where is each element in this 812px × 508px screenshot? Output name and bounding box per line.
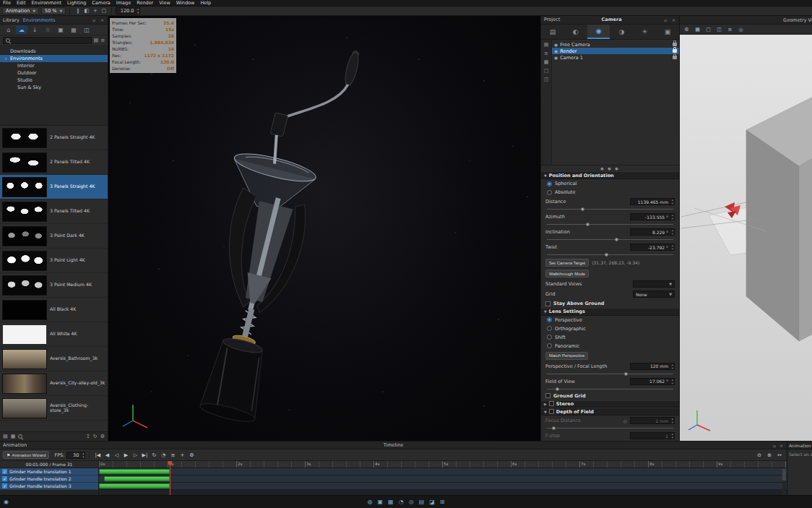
camera-list-icon[interactable]: ▤ — [544, 42, 549, 48]
menu-window[interactable]: Window — [173, 0, 198, 7]
undock-icon[interactable]: ▫ — [663, 17, 668, 22]
twist-slider[interactable] — [547, 252, 673, 257]
settings-icon[interactable]: ⚙ — [683, 25, 691, 33]
go-start-icon[interactable]: |◀ — [93, 451, 102, 460]
slider-handle[interactable] — [586, 223, 589, 226]
pie-icon[interactable]: ◔ — [399, 499, 404, 505]
section-lens[interactable]: ▼ Lens Settings — [541, 308, 679, 316]
library-item[interactable]: 3 Panels Straight 4K — [0, 175, 108, 199]
move-tool-icon[interactable]: + — [91, 7, 99, 15]
track-name-row[interactable]: ✓Grinder Handle translation 2 — [0, 475, 98, 483]
tab-environments[interactable]: Environments — [23, 17, 56, 23]
library-item[interactable]: Aversis_Clothing-store_3k — [0, 396, 108, 421]
library-item[interactable]: 3 Point Dark 4K — [0, 224, 108, 249]
menu-render[interactable]: Render — [134, 0, 156, 7]
textures-icon[interactable]: ▦ — [68, 25, 79, 34]
menu-image[interactable]: Image — [113, 0, 134, 7]
fit-icon[interactable]: ↔ — [775, 451, 784, 460]
focal-length-input[interactable]: 120.0 — [116, 7, 140, 14]
position-mode-spherical[interactable]: Spherical — [541, 179, 679, 188]
bounds-icon[interactable]: ▢ — [704, 25, 712, 33]
animation-mode-select[interactable]: Animation ▼ — [2, 7, 39, 14]
folder-tree-icon[interactable]: ▤ — [94, 38, 99, 43]
animation-wizard-button[interactable]: ⚑ Animation Wizard — [3, 451, 49, 459]
timeline-ruler[interactable]: 0s1s2s3s4s5s6s7s8s9s — [99, 461, 787, 468]
radio-button[interactable] — [547, 317, 552, 322]
panel-resize-handle[interactable]: ● ● ● — [541, 165, 679, 171]
download-icon[interactable]: ↓ — [29, 25, 40, 34]
zoom-in-icon[interactable]: ⊕ — [765, 451, 774, 460]
realtime-viewport[interactable]: Frames Per Sec:25.4Time:15sSamples:26Tri… — [108, 16, 540, 441]
models-icon[interactable]: ◫ — [81, 25, 92, 34]
library-item[interactable]: 3 Point Light 4K — [0, 249, 108, 273]
screens-icon[interactable]: ▦ — [388, 499, 394, 505]
target-icon[interactable]: ◎ — [409, 499, 414, 505]
tree-item-studio[interactable]: Studio — [0, 77, 108, 84]
library-item[interactable]: Aversis_City-alley-old_3k — [0, 371, 108, 396]
settings-icon[interactable]: ⚙ — [187, 451, 196, 460]
tag-icon[interactable]: ▢ — [544, 68, 549, 74]
keyframe-bar[interactable] — [99, 469, 170, 474]
distance-value[interactable]: 1139.465 mm — [630, 198, 675, 205]
slider-handle[interactable] — [615, 238, 618, 241]
home-icon[interactable]: ⌂ — [3, 25, 14, 34]
menu-file[interactable]: File — [0, 0, 14, 7]
track-row[interactable] — [99, 475, 787, 483]
slider-handle[interactable] — [605, 253, 608, 257]
add-keyframe-icon[interactable]: + — [178, 451, 186, 460]
radio-button[interactable] — [547, 326, 552, 331]
menu-lighting[interactable]: Lighting — [64, 0, 89, 7]
set-camera-target-button[interactable]: Set Camera Target — [545, 259, 589, 267]
close-icon[interactable]: × — [779, 443, 784, 448]
sphere-icon[interactable]: ◍ — [368, 499, 373, 505]
library-item[interactable]: 2 Panels Tilted 4K — [0, 150, 108, 175]
layers-icon[interactable]: ▤ — [419, 499, 425, 505]
search-input[interactable] — [3, 37, 92, 44]
slider-handle[interactable] — [581, 207, 584, 211]
library-item[interactable]: 3 Panels Tilted 4K — [0, 199, 108, 224]
section-position[interactable]: ▼ Position and Orientation — [541, 171, 679, 179]
play-reverse-icon[interactable]: ◁ — [112, 451, 121, 460]
step-forward-icon[interactable]: ▷ — [131, 451, 139, 460]
import-icon[interactable]: ↥ — [86, 434, 90, 439]
settings-icon[interactable]: ⚙ — [100, 434, 105, 439]
keyframe-bar[interactable] — [104, 476, 170, 481]
go-end-icon[interactable]: ▶| — [140, 451, 149, 460]
keyframe-bar[interactable] — [99, 483, 170, 488]
menu-edit[interactable]: Edit — [14, 0, 29, 7]
refresh-icon[interactable]: ↻ — [93, 434, 98, 439]
lock-icon[interactable] — [673, 56, 677, 59]
target-icon[interactable]: ◎ — [737, 25, 745, 33]
radio-button[interactable] — [547, 190, 552, 195]
track-checkbox[interactable]: ✓ — [2, 476, 7, 481]
cube-icon[interactable]: ◪ — [429, 499, 435, 505]
menu-camera[interactable]: Camera — [89, 0, 113, 7]
undock-icon[interactable]: ▫ — [772, 443, 777, 448]
favorites-icon[interactable]: ☆ — [42, 25, 53, 34]
lock-icon[interactable] — [673, 49, 677, 53]
image-icon[interactable]: ▣ — [378, 499, 384, 505]
library-item[interactable]: All Black 4K — [0, 298, 108, 322]
filter-icon[interactable]: ◫ — [544, 77, 549, 82]
inclination-value[interactable]: 8.229 ° — [630, 228, 675, 236]
lighting-tab[interactable]: ☀ — [633, 25, 656, 40]
camera-icon[interactable]: ◫ — [715, 25, 723, 33]
tree-item-outdoor[interactable]: Outdoor — [0, 69, 108, 77]
keyframe-icon[interactable]: ◧ — [82, 7, 90, 15]
library-item[interactable]: 3 Point Medium 4K — [0, 273, 108, 298]
play-icon[interactable]: ▶ — [121, 451, 130, 460]
library-item[interactable]: All White 4K — [0, 322, 108, 347]
step-back-icon[interactable]: ◀ — [103, 451, 111, 460]
pick-focus-icon[interactable]: ◎ — [623, 418, 627, 423]
grid-icon[interactable]: ▦ — [544, 59, 549, 65]
materials-icon[interactable]: ▣ — [55, 25, 66, 34]
camera-row[interactable]: ◉Camera 1 — [552, 54, 679, 61]
track-row[interactable] — [99, 483, 787, 490]
grid-icon[interactable]: ⊞ — [440, 499, 445, 505]
material-tab[interactable]: ◐ — [564, 25, 587, 40]
menu-help[interactable]: Help — [197, 0, 214, 7]
layers-icon[interactable]: ≡ — [726, 25, 734, 33]
loop-icon[interactable]: ↻ — [150, 451, 158, 460]
stay-above-ground-checkbox[interactable] — [545, 301, 550, 306]
inclination-slider[interactable] — [547, 237, 673, 241]
